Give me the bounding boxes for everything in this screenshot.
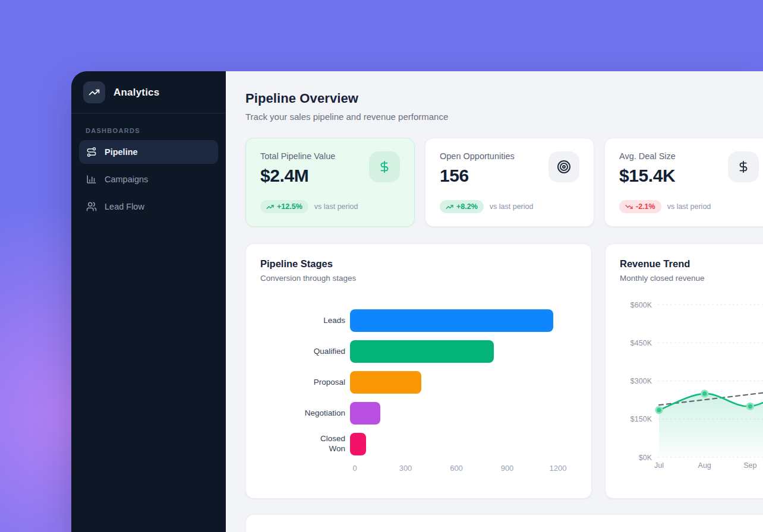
sidebar-item-pipeline[interactable]: Pipeline — [79, 140, 218, 164]
stage-bar — [350, 402, 380, 425]
kpi-card-avg-deal-size: Avg. Deal Size $15.4K -2.1% vs last peri… — [604, 138, 763, 227]
y-tick-label: $0K — [639, 454, 652, 462]
trending-up-icon — [446, 203, 453, 211]
sidebar-item-campaigns[interactable]: Campaigns — [79, 167, 218, 191]
data-point-marker — [747, 403, 753, 409]
stage-bar-track — [350, 402, 553, 425]
delta-value: +8.2% — [456, 202, 478, 211]
x-tick-label: 600 — [450, 464, 463, 473]
desktop-background: { "app": { "name": "Analytics" }, "sideb… — [0, 0, 763, 532]
stage-label: Closed Won — [260, 434, 350, 454]
stage-bars: LeadsQualifiedProposalNegotiationClosed … — [260, 309, 577, 455]
kpi-icon-tile — [548, 151, 579, 182]
delta-value: -2.1% — [636, 202, 655, 211]
kpi-label: Open Opportunities — [440, 151, 515, 161]
stage-bar-row: Negotiation — [260, 402, 577, 425]
sidebar-section-label: DASHBOARDS — [86, 127, 226, 134]
delta-value: +12.5% — [277, 202, 302, 211]
page-subtitle: Track your sales pipeline and revenue pe… — [245, 112, 763, 122]
target-icon — [557, 160, 571, 174]
y-tick-label: $450K — [630, 339, 652, 347]
chart-title: Pipeline Stages — [260, 258, 577, 270]
stage-bar — [350, 433, 366, 455]
sidebar-divider — [71, 113, 226, 113]
stage-bar — [350, 371, 421, 394]
delta-badge: -2.1% — [619, 200, 661, 213]
stage-bar-track — [350, 371, 553, 394]
x-tick-label: Aug — [698, 461, 711, 470]
kpi-value: $2.4M — [260, 166, 335, 186]
chart-subtitle: Conversion through stages — [260, 274, 577, 283]
sidebar-item-label: Pipeline — [105, 147, 138, 157]
kpi-label: Avg. Deal Size — [619, 151, 676, 161]
stage-bar-track — [350, 433, 553, 455]
delta-badge: +8.2% — [440, 200, 484, 213]
bottom-card-partial — [245, 514, 763, 532]
kpi-label: Total Pipeline Value — [260, 151, 335, 161]
revenue-line-chart: $600K$450K$300K$150K$0KJulAugSepOct — [620, 298, 763, 476]
stage-label: Proposal — [260, 378, 350, 388]
y-tick-label: $600K — [630, 301, 652, 309]
data-point-marker — [656, 407, 662, 413]
dollar-icon — [378, 160, 391, 173]
main-content: Pipeline Overview Track your sales pipel… — [226, 71, 763, 532]
kpi-suffix: vs last period — [314, 202, 358, 211]
stage-bar-row: Leads — [260, 309, 577, 332]
delta-badge: +12.5% — [260, 200, 308, 213]
sidebar: Analytics DASHBOARDS Pipeline Campaigns … — [71, 71, 226, 532]
stage-bar-track — [350, 309, 553, 332]
y-tick-label: $300K — [630, 377, 652, 385]
kpi-card-open-opportunities: Open Opportunities 156 +8.2% vs last per… — [425, 138, 594, 227]
kpi-value: 156 — [440, 166, 515, 186]
x-tick-label: 900 — [501, 464, 514, 473]
kpi-card-total-pipeline-value: Total Pipeline Value $2.4M +12.5% vs las… — [245, 138, 415, 227]
kpi-icon-tile — [728, 151, 759, 182]
kpi-suffix: vs last period — [667, 202, 711, 211]
users-icon — [86, 201, 97, 212]
pipeline-stages-chart-card: Pipeline Stages Conversion through stage… — [245, 243, 592, 499]
app-window: Analytics DASHBOARDS Pipeline Campaigns … — [71, 71, 763, 532]
stage-bar-row: Closed Won — [260, 433, 577, 455]
stage-bar-row: Proposal — [260, 371, 577, 394]
x-tick-label: 300 — [399, 464, 412, 473]
route-icon — [86, 147, 97, 157]
sidebar-item-lead-flow[interactable]: Lead Flow — [79, 195, 218, 218]
stage-label: Leads — [260, 316, 350, 326]
sidebar-header: Analytics — [71, 71, 226, 113]
x-tick-label: 0 — [352, 464, 357, 473]
app-logo — [83, 81, 105, 103]
y-tick-label: $150K — [630, 415, 652, 423]
kpi-suffix: vs last period — [490, 202, 534, 211]
chart-title: Revenue Trend — [620, 258, 759, 270]
charts-row: Pipeline Stages Conversion through stage… — [245, 243, 763, 499]
kpi-value: $15.4K — [619, 166, 676, 186]
stage-label: Qualified — [260, 347, 350, 357]
revenue-trend-chart-card: Revenue Trend Monthly closed revenue $60… — [605, 243, 763, 499]
stage-x-axis: 03006009001200 — [355, 464, 577, 476]
x-tick-label: Jul — [654, 461, 664, 470]
bar-chart-icon — [86, 174, 97, 185]
trending-up-icon — [266, 203, 274, 211]
stage-bar-track — [350, 340, 553, 363]
x-tick-label: Sep — [743, 461, 756, 470]
chart-subtitle: Monthly closed revenue — [620, 274, 759, 283]
dollar-icon — [737, 160, 750, 173]
trending-down-icon — [625, 203, 633, 211]
sidebar-item-label: Campaigns — [105, 175, 148, 184]
data-point-marker — [702, 391, 708, 397]
sidebar-nav: Pipeline Campaigns Lead Flow — [71, 140, 226, 222]
revenue-area — [659, 385, 763, 457]
stage-bar-row: Qualified — [260, 340, 577, 363]
kpi-icon-tile — [369, 151, 400, 182]
revenue-plot: $600K$450K$300K$150K$0KJulAugSepOct — [620, 298, 763, 476]
kpi-row: Total Pipeline Value $2.4M +12.5% vs las… — [245, 138, 763, 227]
trending-up-icon — [89, 87, 100, 98]
page-title: Pipeline Overview — [245, 91, 763, 106]
stage-bar — [350, 340, 494, 363]
app-title: Analytics — [113, 87, 159, 99]
sidebar-item-label: Lead Flow — [105, 202, 144, 211]
stage-bar — [350, 309, 553, 332]
x-tick-label: 1200 — [550, 464, 567, 473]
stage-label: Negotiation — [260, 408, 350, 419]
